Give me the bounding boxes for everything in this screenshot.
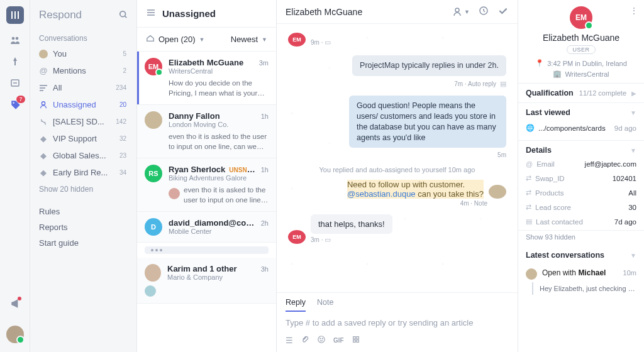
more-menu-icon[interactable]: ⋮ (630, 6, 638, 15)
latest-conversation-preview: Hey Elizabeth, just checking in on... (532, 282, 636, 295)
more-tools-icon[interactable] (352, 335, 360, 346)
customer-avatar: EM (288, 230, 306, 244)
sort-toggle[interactable]: Newest ▼ (231, 35, 267, 44)
conversation-item[interactable]: EM Elizabeth McGuane3m WritersCentral Ho… (137, 52, 276, 105)
chevron-down-icon[interactable]: ▼ (630, 147, 636, 154)
sidebar-item-vip[interactable]: ◆ VIP Support 32 (30, 130, 136, 147)
avatar (145, 264, 161, 282)
svg-point-12 (455, 8, 459, 12)
thread-customer-name: Elizabeth McGuane (286, 7, 362, 17)
sidebar-item-sales[interactable]: [SALES] SD... 142 (30, 113, 136, 130)
conversation-item[interactable]: D david_diamond@comp...2h Mobile Center (137, 212, 276, 243)
app-logo[interactable] (6, 6, 24, 24)
mention[interactable]: @sebastian.duque (347, 189, 416, 199)
avatar: RS (145, 165, 162, 182)
sidebar-item-unassigned[interactable]: Unassigned 20 (30, 96, 136, 113)
composer-tab-reply[interactable]: Reply (286, 298, 306, 312)
sidebar-item-mentions[interactable]: @ Mentions 2 (30, 62, 136, 79)
svg-point-14 (318, 336, 325, 343)
rail-inbox-icon[interactable] (10, 78, 20, 88)
pin-icon: 📍 (535, 59, 544, 67)
svg-rect-18 (357, 337, 359, 339)
chevron-down-icon[interactable]: ▼ (630, 109, 636, 116)
swap-icon: ⇄ (526, 203, 531, 211)
current-user-avatar[interactable] (6, 326, 24, 343)
chevron-down-icon: ▼ (199, 36, 205, 43)
svg-rect-9 (40, 87, 45, 89)
card-icon: ▭ (325, 236, 331, 243)
assignee-picker[interactable]: ▼ (452, 7, 470, 17)
megaphone-icon[interactable] (10, 298, 20, 308)
filter-status[interactable]: Open (20) ▼ (146, 34, 204, 45)
hamburger-icon[interactable] (146, 8, 156, 19)
nav-show-hidden[interactable]: Show 20 hidden (30, 181, 136, 197)
sidebar-item-global[interactable]: ◆ Global Sales... 23 (30, 147, 136, 164)
sidebar: Respond Conversations You 5 @ Mentions 2… (30, 0, 137, 352)
role-badge: USER (567, 45, 595, 54)
details-show-hidden[interactable]: Show 93 hidden (518, 231, 644, 246)
svg-rect-2 (18, 11, 19, 19)
card-icon: ▭ (325, 38, 331, 46)
svg-rect-20 (357, 340, 359, 343)
calendar-icon: ▤ (500, 80, 506, 88)
chevron-down-icon[interactable]: ▼ (630, 252, 636, 259)
snooze-icon[interactable] (479, 6, 489, 18)
sidebar-item-label: Unassigned (53, 100, 96, 109)
company-icon: 🏢 (553, 70, 562, 78)
svg-rect-17 (353, 337, 355, 339)
qualification-block[interactable]: Qualification 11/12 complete ▶ (518, 84, 644, 103)
svg-rect-0 (11, 11, 13, 19)
latest-conversation-row[interactable]: Open with Michael 10m (526, 263, 636, 282)
chevron-right-icon: ▶ (631, 90, 636, 97)
composer-input[interactable] (286, 318, 509, 327)
details-title: Details (526, 146, 552, 155)
at-icon: @ (526, 160, 533, 168)
sidebar-item-label: VIP Support (53, 134, 97, 143)
search-icon[interactable] (119, 10, 128, 21)
list-title: Unassigned (162, 8, 216, 19)
nav-start-guide[interactable]: Start guide (39, 235, 128, 251)
saved-reply-icon[interactable]: ☰ (286, 336, 293, 345)
sidebar-item-label: You (53, 49, 67, 58)
close-conversation-icon[interactable] (497, 5, 509, 18)
details-panel: ⋮ EM Elizabeth McGuane USER 📍3:42 PM in … (518, 0, 644, 352)
last-viewed-block: Last viewed ▼ 🌐.../components/cards 9d a… (518, 103, 644, 141)
swap-icon: ⇄ (526, 174, 531, 182)
sidebar-item-all[interactable]: All 234 (30, 79, 136, 96)
latest-conversations-title: Latest conversations (526, 251, 604, 260)
mini-avatar (145, 285, 156, 297)
typing-indicator (145, 246, 269, 254)
svg-rect-10 (40, 90, 43, 91)
attachment-icon[interactable] (301, 335, 309, 346)
svg-point-7 (120, 11, 126, 16)
sidebar-item-you[interactable]: You 5 (30, 45, 136, 62)
sidebar-item-label: All (53, 83, 62, 92)
details-block: Details ▼ @Emailjeff@japtec.com ⇄Swap_ID… (518, 141, 644, 231)
nav-rules[interactable]: Rules (39, 204, 128, 219)
agent-avatar (489, 185, 506, 199)
unsnoozed-tag: UNSNOOZED (229, 167, 257, 173)
svg-rect-19 (353, 340, 355, 343)
conversation-item[interactable]: RS Ryan SherlockUNSNOOZED1h Biking Adven… (137, 158, 276, 212)
conversation-item[interactable]: Karim and 1 other3h Mario & Company (137, 258, 276, 304)
rail-send-icon[interactable] (10, 57, 20, 67)
sidebar-item-earlybird[interactable]: ◆ Early Bird Re... 34 (30, 164, 136, 181)
gif-icon[interactable]: GIF (333, 337, 344, 344)
avatar: D (145, 218, 162, 236)
rail-tags-badge: 7 (16, 96, 25, 103)
sidebar-item-label: Global Sales... (53, 151, 106, 160)
swap-icon: ⇄ (526, 189, 531, 197)
avatar (145, 111, 162, 129)
mini-avatar (169, 188, 180, 199)
conversation-item[interactable]: Danny Fallon1h London Moving Co. even th… (137, 105, 276, 158)
nav-reports[interactable]: Reports (39, 219, 128, 235)
customer-avatar: EM (288, 33, 306, 47)
emoji-icon[interactable] (317, 335, 326, 346)
rail-people-icon[interactable] (10, 35, 20, 45)
customer-reply-bubble: that helps, thanks! (311, 214, 392, 234)
rail-tags-icon[interactable]: 7 (10, 99, 20, 109)
latest-conversations-block: Latest conversations ▼ Open with Michael… (518, 246, 644, 300)
svg-point-6 (13, 102, 14, 104)
composer-tab-note[interactable]: Note (317, 298, 333, 312)
svg-point-4 (15, 37, 18, 40)
